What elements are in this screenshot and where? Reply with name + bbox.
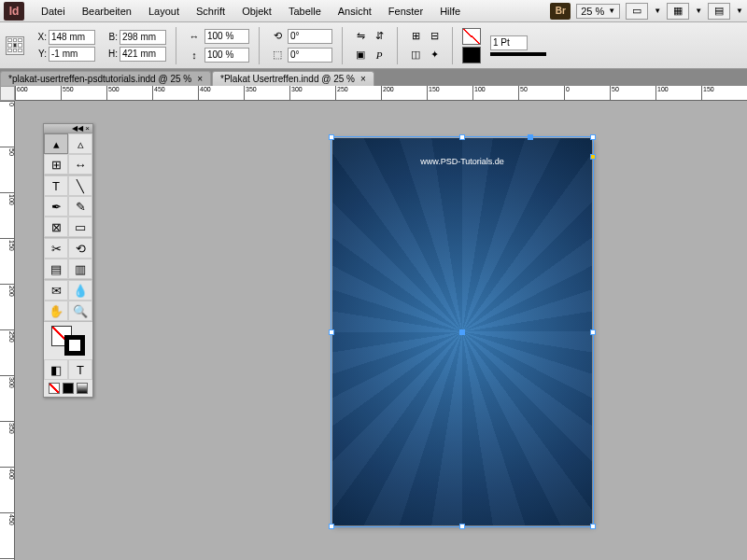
arrange-button[interactable]: ▦ bbox=[667, 3, 689, 20]
tab-0[interactable]: *plakat-usertreffen-psdtutorials.indd @ … bbox=[0, 71, 211, 86]
formatting-container[interactable]: ◧ bbox=[44, 359, 68, 380]
control-panel: X: Y: B: H: ↔100 % ↕100 % ⟲0° ⬚0° ⇋⇵ ▣P … bbox=[0, 22, 747, 69]
flip-h-icon[interactable]: ⇋ bbox=[352, 28, 369, 45]
hand-tool[interactable]: ✋ bbox=[44, 301, 68, 321]
h-input[interactable] bbox=[120, 47, 166, 62]
reference-point[interactable] bbox=[6, 36, 24, 55]
shear-icon: ⬚ bbox=[269, 47, 286, 63]
gap-tool[interactable]: ↔ bbox=[68, 154, 92, 175]
direct-selection-tool[interactable]: ▵ bbox=[68, 133, 92, 154]
wrap-icon[interactable]: ◫ bbox=[407, 47, 424, 63]
menu-schrift[interactable]: Schrift bbox=[189, 3, 233, 20]
close-icon[interactable]: × bbox=[197, 74, 203, 84]
document-tabs: *plakat-usertreffen-psdtutorials.indd @ … bbox=[0, 69, 747, 86]
flip-v-icon[interactable]: ⇵ bbox=[371, 28, 388, 45]
scale-x-icon: ↔ bbox=[186, 28, 203, 45]
close-icon[interactable]: × bbox=[360, 74, 366, 84]
distribute-icon[interactable]: ⊟ bbox=[426, 28, 443, 45]
scissors-tool[interactable]: ✂ bbox=[44, 238, 68, 259]
gradient-swatch-tool[interactable]: ▤ bbox=[44, 259, 68, 279]
x-label: X: bbox=[34, 32, 47, 42]
zoom-tool[interactable]: 🔍 bbox=[68, 301, 92, 321]
selection-tool[interactable]: ▴ bbox=[44, 133, 68, 154]
apply-none[interactable] bbox=[49, 383, 60, 394]
scale-y-icon: ↕ bbox=[186, 47, 203, 63]
ruler-vertical[interactable]: 050100150200250300350400450500 bbox=[0, 101, 15, 560]
menu-datei[interactable]: Datei bbox=[34, 3, 73, 20]
type-tool[interactable]: T bbox=[44, 175, 68, 196]
rectangle-tool[interactable]: ▭ bbox=[68, 217, 92, 237]
poster-frame[interactable]: www.PSD-Tutorials.de bbox=[332, 138, 592, 525]
rotate-icon: ⟲ bbox=[269, 28, 286, 45]
x-input[interactable] bbox=[49, 30, 95, 45]
menu-objekt[interactable]: Objekt bbox=[234, 3, 279, 20]
poster-url-text: www.PSD-Tutorials.de bbox=[332, 157, 592, 166]
menu-layout[interactable]: Layout bbox=[141, 3, 187, 20]
note-tool[interactable]: ✉ bbox=[44, 280, 68, 301]
w-input[interactable] bbox=[120, 30, 166, 45]
rectangle-frame-tool[interactable]: ⊠ bbox=[44, 217, 68, 237]
apply-color[interactable] bbox=[63, 383, 74, 394]
tab-1[interactable]: *Plakat Usertreffen.indd @ 25 %× bbox=[212, 71, 374, 86]
workspace-button[interactable]: ▤ bbox=[708, 3, 730, 20]
stroke-style[interactable] bbox=[490, 52, 546, 56]
stroke-weight-input[interactable]: 1 Pt bbox=[490, 35, 528, 50]
menu-fenster[interactable]: Fenster bbox=[381, 3, 430, 20]
scale-y-input[interactable]: 100 % bbox=[204, 48, 249, 63]
align-icon[interactable]: ⊞ bbox=[407, 28, 424, 45]
free-transform-tool[interactable]: ⟲ bbox=[68, 238, 92, 259]
canvas[interactable]: www.PSD-Tutorials.de ◀◀ × ▴ ▵ ⊞ ↔ T ╲ ✒ … bbox=[15, 101, 747, 560]
rotate-input[interactable]: 0° bbox=[288, 29, 332, 44]
menu-bearbeiten[interactable]: Bearbeiten bbox=[75, 3, 139, 20]
pencil-tool[interactable]: ✎ bbox=[68, 196, 92, 217]
scale-x-input[interactable]: 100 % bbox=[204, 29, 249, 44]
fill-swatch[interactable] bbox=[462, 28, 481, 45]
chevron-down-icon: ▼ bbox=[608, 7, 615, 15]
screen-mode-button[interactable]: ▭ bbox=[626, 3, 648, 20]
fill-stroke-proxy[interactable] bbox=[44, 322, 92, 359]
apply-gradient[interactable] bbox=[77, 383, 88, 394]
ruler-horizontal[interactable]: 6005505004504003503002502001501005005010… bbox=[15, 86, 747, 101]
bridge-button[interactable]: Br bbox=[550, 3, 571, 20]
gradient-feather-tool[interactable]: ▥ bbox=[68, 259, 92, 279]
tools-panel: ◀◀ × ▴ ▵ ⊞ ↔ T ╲ ✒ ✎ ⊠ ▭ ✂ ⟲ ▤ ▥ ✉ 💧 ✋ 🔍 bbox=[43, 123, 93, 398]
select-container-icon[interactable]: ▣ bbox=[352, 47, 369, 63]
line-tool[interactable]: ╲ bbox=[68, 175, 92, 196]
w-label: B: bbox=[105, 32, 118, 42]
stroke-swatch[interactable] bbox=[462, 47, 481, 63]
formatting-text[interactable]: T bbox=[68, 359, 92, 380]
zoom-combo[interactable]: 25 %▼ bbox=[576, 4, 620, 19]
menu-tabelle[interactable]: Tabelle bbox=[281, 3, 329, 20]
pen-tool[interactable]: ✒ bbox=[44, 196, 68, 217]
menu-hilfe[interactable]: Hilfe bbox=[432, 3, 468, 20]
p-icon: P bbox=[371, 47, 388, 63]
ruler-origin[interactable] bbox=[0, 86, 15, 101]
effects-icon[interactable]: ✦ bbox=[426, 47, 443, 63]
eyedropper-tool[interactable]: 💧 bbox=[68, 280, 92, 301]
menu-ansicht[interactable]: Ansicht bbox=[331, 3, 379, 20]
h-label: H: bbox=[105, 49, 118, 59]
y-label: Y: bbox=[34, 49, 47, 59]
app-logo: Id bbox=[4, 2, 24, 21]
page-tool[interactable]: ⊞ bbox=[44, 154, 68, 175]
panel-collapse[interactable]: ◀◀ × bbox=[44, 124, 92, 133]
y-input[interactable] bbox=[49, 47, 95, 62]
menubar: Id Datei Bearbeiten Layout Schrift Objek… bbox=[0, 0, 747, 22]
shear-input[interactable]: 0° bbox=[288, 48, 332, 63]
